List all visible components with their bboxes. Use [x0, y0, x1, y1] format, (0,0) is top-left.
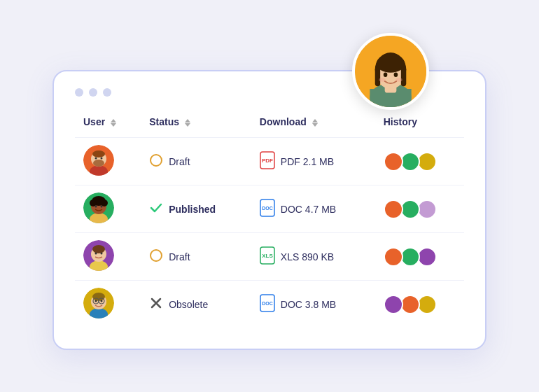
user-cell [75, 186, 141, 233]
col-user[interactable]: User [75, 111, 141, 138]
status-label: Draft [169, 156, 190, 167]
file-icon: XLS [260, 246, 275, 267]
user-cell [75, 138, 141, 186]
main-window: User Status Download [52, 70, 486, 350]
history-avatar [384, 295, 403, 314]
user-avatar [83, 240, 114, 271]
history-avatar [400, 152, 420, 172]
file-label: DOC 4.7 MB [281, 204, 336, 215]
svg-point-30 [95, 206, 97, 208]
table-row: Draft XLS XLS 890 KB [75, 233, 464, 281]
svg-rect-8 [375, 67, 380, 87]
status-label: Obsolete [169, 299, 208, 310]
svg-point-39 [101, 253, 103, 255]
window-dot-1 [75, 88, 83, 97]
history-avatar [400, 295, 420, 314]
file-icon: DOC [260, 294, 275, 314]
history-avatar [384, 152, 403, 172]
svg-text:DOC: DOC [262, 206, 273, 211]
history-cell [375, 233, 464, 281]
history-cell [375, 186, 464, 233]
download-cell[interactable]: DOC DOC 3.8 MB [251, 281, 375, 328]
file-label: DOC 3.8 MB [281, 299, 336, 310]
table-row: Obsolete DOC DOC 3.8 MB [75, 281, 464, 328]
history-cell [375, 138, 464, 186]
sort-download-icon [312, 119, 318, 127]
table-row: Published DOC DOC 4.7 MB [75, 186, 464, 233]
col-user-label: User [83, 116, 105, 127]
svg-point-18 [92, 150, 105, 158]
status-cell: Draft [141, 233, 251, 281]
history-avatar [417, 152, 437, 172]
svg-text:PDF: PDF [262, 158, 273, 164]
svg-point-11 [394, 72, 398, 76]
svg-rect-9 [401, 67, 406, 87]
status-icon [149, 296, 163, 312]
svg-point-50 [95, 300, 97, 302]
sort-status-icon [185, 119, 190, 127]
history-avatar [400, 200, 420, 219]
history-cell [375, 281, 464, 328]
status-cell: Published [141, 186, 251, 233]
status-icon [149, 201, 163, 217]
col-status-label: Status [149, 116, 179, 127]
svg-point-29 [101, 200, 108, 206]
file-icon: PDF [260, 151, 275, 172]
status-label: Published [169, 204, 216, 215]
status-label: Draft [169, 251, 190, 262]
svg-point-37 [92, 245, 105, 253]
history-avatar [384, 200, 403, 219]
history-avatar [400, 247, 420, 267]
svg-point-38 [95, 253, 97, 255]
window-dot-2 [89, 88, 97, 97]
table-row: Draft PDF PDF 2.1 MB [75, 138, 464, 186]
status-cell: Obsolete [141, 281, 251, 328]
status-icon [149, 153, 163, 169]
svg-point-12 [379, 78, 385, 82]
svg-point-13 [396, 78, 402, 82]
col-status[interactable]: Status [141, 111, 251, 138]
svg-point-7 [377, 55, 405, 73]
col-history: History [375, 111, 464, 138]
history-avatar [417, 295, 437, 314]
history-avatar [417, 200, 437, 219]
svg-point-10 [384, 72, 388, 76]
window-dot-3 [103, 88, 111, 97]
svg-text:DOC: DOC [262, 301, 273, 306]
file-label: PDF 2.1 MB [281, 156, 334, 167]
svg-point-17 [93, 160, 104, 167]
svg-point-31 [101, 206, 103, 208]
data-table: User Status Download [75, 111, 464, 328]
svg-text:XLS: XLS [262, 253, 273, 259]
user-cell [75, 233, 141, 281]
col-history-label: History [384, 116, 417, 127]
col-download[interactable]: Download [251, 111, 375, 138]
status-icon [149, 248, 163, 265]
svg-point-19 [95, 158, 97, 160]
floating-user-avatar [352, 33, 429, 110]
col-download-label: Download [260, 116, 307, 127]
svg-point-21 [150, 155, 162, 166]
status-cell: Draft [141, 138, 251, 186]
svg-point-51 [101, 300, 103, 302]
download-cell[interactable]: PDF PDF 2.1 MB [251, 138, 375, 186]
download-cell[interactable]: XLS XLS 890 KB [251, 233, 375, 281]
svg-point-40 [150, 250, 162, 261]
svg-point-20 [101, 158, 103, 160]
file-icon: DOC [260, 199, 275, 219]
user-cell [75, 281, 141, 328]
svg-point-28 [90, 200, 97, 206]
sort-user-icon [111, 119, 116, 127]
download-cell[interactable]: DOC DOC 4.7 MB [251, 186, 375, 233]
history-avatar [384, 247, 403, 267]
file-label: XLS 890 KB [281, 251, 334, 262]
user-avatar [83, 288, 114, 318]
history-avatar [417, 247, 437, 267]
user-avatar [83, 145, 114, 176]
user-avatar [83, 192, 114, 223]
